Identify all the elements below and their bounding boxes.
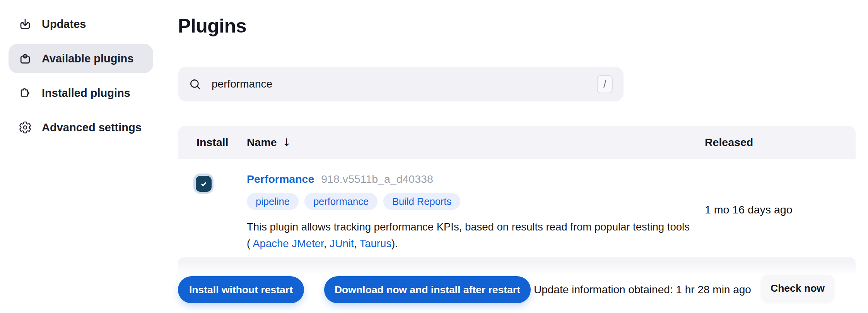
install-without-restart-button[interactable]: Install without restart <box>178 276 304 303</box>
table-row: Performance 918.v5511b_a_d40338 pipeline… <box>178 159 856 265</box>
link-taurus[interactable]: Taurus <box>359 237 391 249</box>
sidebar-item-label: Available plugins <box>42 52 133 65</box>
gear-icon <box>19 121 32 134</box>
tag-pipeline[interactable]: pipeline <box>247 193 299 210</box>
sidebar-item-updates[interactable]: Updates <box>9 9 153 39</box>
sort-descending-icon: ↓ <box>282 136 291 148</box>
bottom-action-bar: Install without restart Download now and… <box>0 262 868 313</box>
column-header-released: Released <box>705 136 840 149</box>
download-install-after-restart-button[interactable]: Download now and install after restart <box>324 276 531 303</box>
search-icon <box>189 78 202 91</box>
column-header-name[interactable]: Name↓ <box>247 136 705 149</box>
name-cell: Performance 918.v5511b_a_d40338 pipeline… <box>247 173 705 252</box>
puzzle-icon <box>19 86 32 100</box>
link-junit[interactable]: JUnit <box>330 237 354 249</box>
install-cell <box>196 173 247 252</box>
plugin-search-bar: / <box>178 67 624 101</box>
available-plugins-table: Install Name↓ Released Performance 918.v… <box>178 126 856 265</box>
sidebar-item-installed-plugins[interactable]: Installed plugins <box>9 78 153 108</box>
download-icon <box>19 17 32 31</box>
column-header-install: Install <box>196 136 247 149</box>
link-separator: , <box>324 237 330 249</box>
link-separator: , <box>354 237 360 249</box>
plugin-version: 918.v5511b_a_d40338 <box>321 173 433 186</box>
keyboard-shortcut-badge: / <box>597 75 613 93</box>
page-title: Plugins <box>178 15 246 37</box>
sidebar-item-label: Advanced settings <box>42 121 142 134</box>
link-apache-jmeter[interactable]: Apache JMeter <box>253 237 323 249</box>
sidebar-item-label: Installed plugins <box>42 87 130 100</box>
bag-icon <box>19 52 32 65</box>
sidebar: Updates Available plugins Installed plug… <box>9 9 153 147</box>
plugin-description: This plugin allows tracking performance … <box>247 218 692 252</box>
sidebar-item-available-plugins[interactable]: Available plugins <box>9 44 153 73</box>
install-checkbox[interactable] <box>193 174 214 194</box>
released-cell: 1 mo 16 days ago <box>705 203 840 222</box>
description-suffix: ). <box>391 237 398 249</box>
sidebar-item-advanced-settings[interactable]: Advanced settings <box>9 113 153 142</box>
search-input[interactable] <box>212 78 597 90</box>
tag-performance[interactable]: performance <box>304 193 378 210</box>
plugin-name-link[interactable]: Performance <box>247 173 314 186</box>
update-status-text: Update information obtained: 1 hr 28 min… <box>534 276 751 303</box>
check-now-button[interactable]: Check now <box>761 275 834 302</box>
tag-build-reports[interactable]: Build Reports <box>383 193 460 210</box>
sidebar-item-label: Updates <box>42 18 86 31</box>
checkmark-icon <box>198 179 209 189</box>
tag-row: pipeline performance Build Reports <box>247 193 705 210</box>
table-header-row: Install Name↓ Released <box>178 126 856 159</box>
checkbox-checked-box <box>196 176 212 192</box>
